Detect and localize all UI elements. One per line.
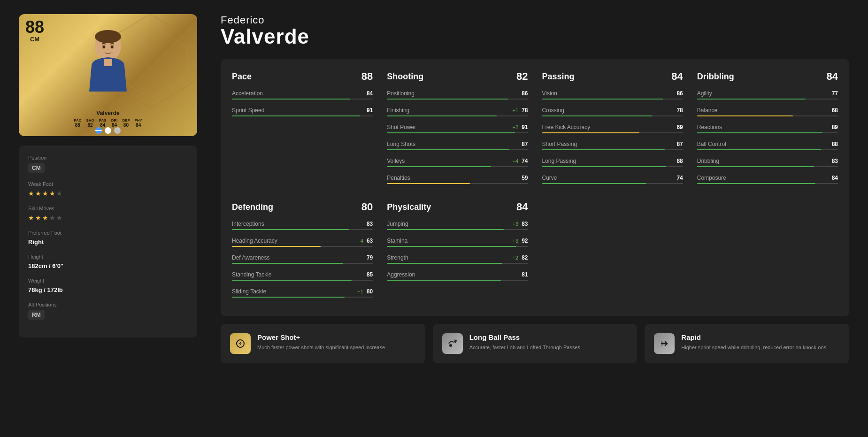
- agility-name: Agility: [697, 90, 712, 97]
- weight-label: Weight: [28, 278, 188, 284]
- skill-moves-stars: ★ ★ ★ ★ ★: [28, 214, 188, 222]
- physicality-name: Physicality: [387, 202, 431, 212]
- shot-power-bar: [387, 132, 515, 133]
- balance-bar: [697, 115, 793, 116]
- long-passing-name: Long Passing: [542, 158, 576, 164]
- preferred-foot-label: Preferred Foot: [28, 230, 188, 236]
- penalties-value: 59: [522, 175, 528, 181]
- volleys-modifier: +4: [513, 158, 519, 164]
- reactions-row: Reactions 89: [697, 124, 838, 133]
- card-stat-phy: PHY 84: [134, 118, 142, 128]
- left-panel: 88 CM: [19, 14, 207, 363]
- ball-control-name: Ball Control: [697, 141, 726, 147]
- balance-name: Balance: [697, 107, 717, 114]
- free-kick-value: 69: [676, 124, 683, 130]
- positioning-bar: [387, 99, 508, 100]
- dribbling-category: Dribbling 84 Agility 77: [697, 70, 838, 192]
- passing-name: Passing: [542, 72, 575, 82]
- trait-rapid: Rapid Higher sprint speed while dribblin…: [645, 324, 849, 363]
- stats-grid-row2: Defending 80 Interceptions 83: [232, 201, 838, 305]
- finishing-modifier: +1: [513, 107, 519, 113]
- finishing-row: Finishing +1 78: [387, 107, 528, 116]
- vision-value: 86: [676, 90, 683, 97]
- interceptions-name: Interceptions: [232, 221, 264, 227]
- passing-header: Passing 84: [542, 70, 683, 83]
- dribbling-stat-row: Dribbling 83: [697, 158, 838, 167]
- height-value: 182cm / 6'0": [28, 262, 188, 269]
- star-4: ★: [49, 190, 55, 197]
- volleys-name: Volleys: [387, 158, 405, 164]
- long-shots-bar: [387, 149, 509, 150]
- heading-accuracy-modifier: +4: [357, 238, 363, 244]
- svg-rect-6: [104, 59, 112, 66]
- svg-point-12: [449, 344, 452, 347]
- penalties-row: Penalties 59: [387, 175, 528, 184]
- heading-accuracy-value: 63: [367, 238, 373, 244]
- alt-positions-label: Alt Positions: [28, 302, 188, 307]
- crossing-name: Crossing: [542, 107, 564, 114]
- trait-long-ball-pass: Long Ball Pass Accurate, faster Lob and …: [433, 324, 638, 363]
- long-ball-pass-desc: Accurate, faster Lob and Lofted Through …: [469, 344, 580, 351]
- stamina-bar: [387, 246, 516, 247]
- height-section: Height 182cm / 6'0": [28, 254, 188, 269]
- card-stats-row: PAC 88 SHO 82 PAS 84 DRI 84 DEF 80: [74, 118, 142, 128]
- stats-grid: Pace 88 Acceleration 84: [232, 70, 838, 192]
- reactions-bar: [697, 132, 822, 133]
- curve-row: Curve 74: [542, 175, 683, 184]
- power-shot-info: Power Shot+ Much faster power shots with…: [257, 333, 385, 351]
- traits-grid: Power Shot+ Much faster power shots with…: [221, 324, 849, 363]
- long-ball-pass-icon: [442, 333, 463, 354]
- sm-star-4: ★: [49, 214, 55, 222]
- star-1: ★: [28, 190, 34, 197]
- weak-foot-stars: ★ ★ ★ ★ ★: [28, 190, 188, 197]
- free-kick-bar: [542, 132, 639, 133]
- sm-star-2: ★: [35, 214, 41, 222]
- strength-modifier: +2: [513, 255, 519, 261]
- standing-tackle-value: 85: [367, 271, 373, 278]
- card-name: Valverde: [96, 110, 119, 116]
- power-shot-name: Power Shot+: [257, 333, 385, 341]
- balance-row: Balance 68: [697, 107, 838, 116]
- strength-row: Strength +2 82: [387, 254, 528, 264]
- svg-point-10: [111, 46, 114, 48]
- finishing-value: 78: [522, 107, 528, 114]
- stamina-value: 92: [522, 238, 528, 244]
- defending-header: Defending 80: [232, 201, 373, 213]
- curve-value: 74: [676, 175, 683, 181]
- finishing-name: Finishing: [387, 107, 409, 114]
- pace-header: Pace 88: [232, 70, 373, 83]
- shooting-category: Shooting 82 Positioning 86: [387, 70, 528, 192]
- pace-name: Pace: [232, 72, 252, 82]
- aggression-row: Aggression 81: [387, 271, 528, 281]
- reactions-value: 89: [832, 124, 838, 130]
- svg-point-9: [103, 46, 105, 48]
- acceleration-name: Acceleration: [232, 90, 263, 97]
- star-3: ★: [42, 190, 48, 197]
- card-position: CM: [25, 36, 44, 43]
- ball-control-value: 88: [832, 141, 838, 147]
- heading-accuracy-name: Heading Accuracy: [232, 238, 277, 244]
- heading-accuracy-bar: [232, 246, 321, 247]
- rapid-icon: [654, 333, 675, 354]
- curve-bar: [542, 183, 646, 184]
- card-flag-icons: [95, 127, 121, 134]
- empty-col-3: [542, 201, 683, 305]
- balance-value: 68: [832, 107, 838, 114]
- ball-control-row: Ball Control 88: [697, 141, 838, 150]
- vision-bar: [542, 99, 663, 100]
- def-awareness-bar: [232, 263, 343, 264]
- defending-value: 80: [361, 201, 373, 213]
- long-shots-value: 87: [522, 141, 528, 147]
- composure-bar: [697, 183, 815, 184]
- dribbling-stat-name: Dribbling: [697, 158, 719, 164]
- volleys-value: 74: [522, 158, 528, 164]
- dribbling-cat-name: Dribbling: [697, 72, 734, 82]
- jumping-bar: [387, 229, 504, 230]
- info-panel: Position CM Weak Foot ★ ★ ★ ★ ★ Skill Mo…: [19, 146, 197, 337]
- shot-power-value: 91: [522, 124, 528, 130]
- sprint-speed-row: Sprint Speed 91: [232, 107, 373, 116]
- dribbling-stat-bar: [697, 166, 814, 167]
- reactions-name: Reactions: [697, 124, 722, 130]
- player-card: 88 CM: [19, 14, 197, 136]
- defending-category: Defending 80 Interceptions 83: [232, 201, 373, 305]
